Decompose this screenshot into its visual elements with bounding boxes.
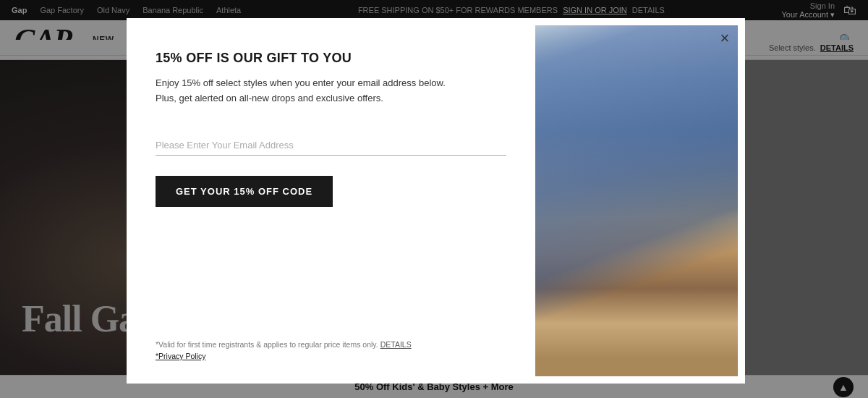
modal-footer-text: *Valid for first time registrants & appl… (156, 340, 506, 349)
email-signup-modal: × 15% OFF IS OUR GIFT TO YOU Enjoy 15% o… (127, 18, 745, 384)
modal-image (535, 25, 738, 376)
modal-subtext: Enjoy 15% off select styles when you ent… (156, 76, 506, 106)
modal-content-left: 15% OFF IS OUR GIFT TO YOU Enjoy 15% off… (127, 18, 535, 384)
modal-headline: 15% OFF IS OUR GIFT TO YOU (156, 51, 506, 66)
denim-overlay (535, 25, 738, 376)
modal-close-button[interactable]: × (715, 28, 735, 48)
modal-footer: *Valid for first time registrants & appl… (156, 326, 506, 362)
footer-details-link[interactable]: DETAILS (380, 340, 412, 349)
denim-image (535, 25, 738, 376)
email-input[interactable] (156, 135, 506, 156)
cta-button[interactable]: GET YOUR 15% OFF CODE (156, 176, 333, 207)
privacy-policy-link[interactable]: *Privacy Policy (156, 352, 205, 360)
